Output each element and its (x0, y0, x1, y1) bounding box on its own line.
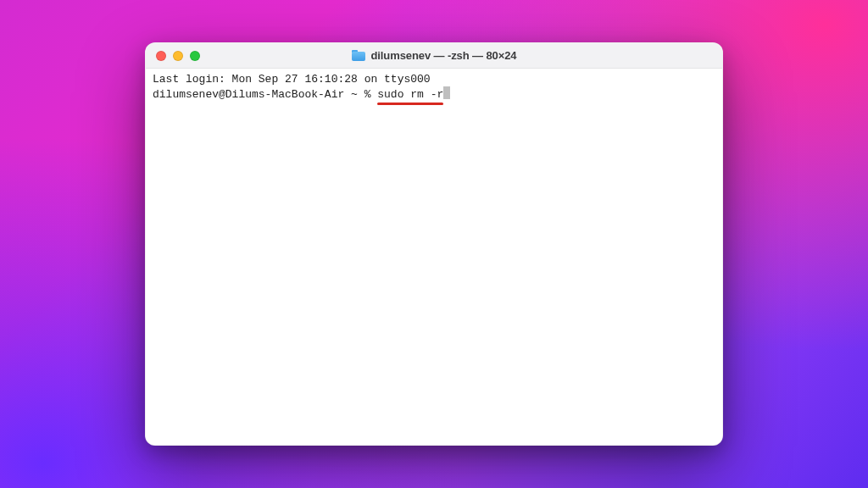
title-center: dilumsenev — -zsh — 80×24 (146, 49, 722, 62)
window-title: dilumsenev — -zsh — 80×24 (371, 49, 517, 62)
zoom-icon[interactable] (190, 51, 200, 61)
last-login-line: Last login: Mon Sep 27 16:10:28 on ttys0… (153, 73, 715, 86)
terminal-body[interactable]: Last login: Mon Sep 27 16:10:28 on ttys0… (146, 69, 722, 445)
traffic-lights (156, 51, 200, 61)
annotation-underline (377, 103, 443, 105)
typed-command: sudo rm -r (377, 88, 443, 101)
text-cursor (443, 86, 450, 99)
prompt-line: dilumsenev@Dilums-MacBook-Air ~ % sudo r… (153, 86, 715, 102)
terminal-window: dilumsenev — -zsh — 80×24 Last login: Mo… (145, 42, 723, 446)
minimize-icon[interactable] (173, 51, 183, 61)
titlebar[interactable]: dilumsenev — -zsh — 80×24 (146, 43, 722, 69)
shell-prompt: dilumsenev@Dilums-MacBook-Air ~ % (153, 88, 377, 101)
home-folder-icon (352, 50, 365, 61)
close-icon[interactable] (156, 51, 166, 61)
